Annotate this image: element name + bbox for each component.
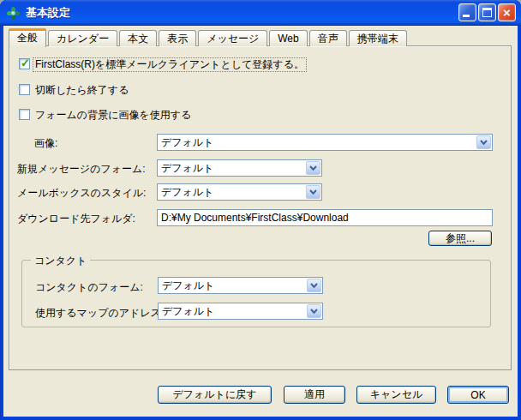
tab-general[interactable]: 全般: [9, 28, 46, 47]
contact-form-value: デフォルト: [159, 279, 306, 293]
tab-strip: 全般 カレンダー 本文 表示 メッセージ Web 音声 携帯端末: [9, 27, 407, 46]
download-folder-label: ダウンロード先フォルダ:: [17, 212, 135, 226]
checkbox-label-quit-on-disconnect[interactable]: 切断したら終了する: [35, 84, 129, 97]
minimize-button[interactable]: [458, 3, 476, 21]
window-title: 基本設定: [26, 5, 70, 21]
dropdown-arrow-icon[interactable]: [306, 161, 320, 175]
map-address-value: デフォルト: [159, 304, 306, 319]
check-icon: ✓: [21, 57, 30, 69]
browse-button[interactable]: 参照...: [428, 231, 492, 246]
checkbox-row-register-mail-client: ✓ FirstClass(R)を標準メールクライアントとして登録する。: [19, 58, 307, 72]
new-message-form-value: デフォルト: [158, 161, 305, 176]
new-message-form-combobox[interactable]: デフォルト: [157, 159, 322, 177]
checkbox-row-quit-on-disconnect: 切断したら終了する: [19, 84, 129, 97]
maximize-icon: [482, 8, 492, 17]
settings-window: 基本設定 × 全般 カレンダー 本文 表示 メッセージ Web 音声 携帯端末: [0, 0, 521, 420]
tab-mobile[interactable]: 携帯端末: [349, 30, 407, 46]
maximize-button[interactable]: [478, 3, 496, 21]
tab-voice[interactable]: 音声: [309, 30, 347, 46]
mailbox-style-label: メールボックスのスタイル:: [17, 186, 146, 201]
restore-defaults-button[interactable]: デフォルトに戻す: [158, 386, 272, 404]
image-combobox[interactable]: デフォルト: [157, 134, 493, 151]
checkbox-label-register-mail-client[interactable]: FirstClass(R)を標準メールクライアントとして登録する。: [33, 57, 307, 72]
dropdown-arrow-icon[interactable]: [307, 304, 321, 318]
dropdown-arrow-icon[interactable]: [307, 279, 321, 292]
checkbox-row-form-background-image: フォームの背景に画像を使用する: [19, 109, 191, 122]
map-address-combobox[interactable]: デフォルト: [158, 303, 323, 320]
app-icon: [6, 6, 21, 21]
dropdown-arrow-icon[interactable]: [306, 185, 320, 199]
ok-button[interactable]: OK: [447, 386, 509, 404]
tab-calendar[interactable]: カレンダー: [48, 30, 117, 46]
image-combobox-value: デフォルト: [158, 135, 476, 150]
download-folder-input[interactable]: D:¥My Documents¥FirstClass¥Download: [157, 209, 493, 226]
tab-web[interactable]: Web: [269, 30, 307, 46]
contact-group: コンタクト コンタクトのフォーム: デフォルト 使用するマップのアドレス: デフ…: [21, 260, 491, 327]
checkbox-form-background-image[interactable]: [19, 109, 30, 120]
mailbox-style-combobox[interactable]: デフォルト: [157, 183, 322, 201]
close-icon: ×: [499, 4, 515, 21]
close-button[interactable]: ×: [498, 3, 516, 21]
tab-display[interactable]: 表示: [159, 30, 196, 46]
checkbox-register-mail-client[interactable]: ✓: [19, 58, 30, 69]
mailbox-style-value: デフォルト: [158, 185, 305, 200]
cancel-button[interactable]: キャンセル: [356, 386, 436, 404]
new-message-form-label: 新規メッセージのフォーム:: [17, 162, 146, 177]
contact-form-label: コンタクトのフォーム:: [35, 280, 143, 295]
contact-form-combobox[interactable]: デフォルト: [158, 277, 323, 294]
minimize-icon: [463, 15, 470, 17]
map-address-label: 使用するマップのアドレス:: [35, 306, 164, 321]
tab-body[interactable]: 本文: [119, 30, 157, 46]
dialog-body: 全般 カレンダー 本文 表示 メッセージ Web 音声 携帯端末 ✓ First…: [3, 26, 518, 417]
tab-message[interactable]: メッセージ: [198, 30, 267, 46]
title-bar: 基本設定 ×: [0, 0, 521, 26]
contact-group-title: コンタクト: [31, 254, 90, 268]
apply-button[interactable]: 適用: [284, 386, 345, 404]
dropdown-arrow-icon[interactable]: [476, 135, 491, 149]
image-field-label: 画像:: [34, 136, 57, 151]
checkbox-label-form-background-image[interactable]: フォームの背景に画像を使用する: [35, 109, 191, 122]
checkbox-quit-on-disconnect[interactable]: [19, 84, 30, 95]
